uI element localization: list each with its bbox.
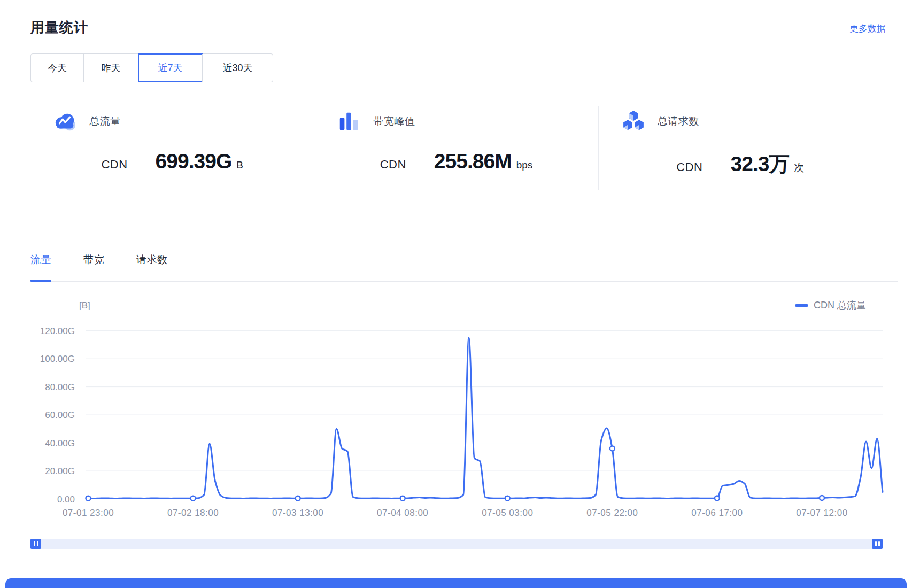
chart-metric-tabs: 流量 带宽 请求数 [30,252,898,282]
svg-text:07-05 03:00: 07-05 03:00 [482,508,533,518]
stats-row: 总流量 CDN 699.39G B 带宽峰值 CDN 255.86M bps [30,106,882,190]
chart-tab-requests[interactable]: 请求数 [136,252,168,267]
svg-text:0.00: 0.00 [57,494,75,505]
stat-value: 255.86M [434,150,512,173]
stat-product: CDN [380,158,406,172]
range-tab-last-7-days[interactable]: 近7天 [138,54,202,82]
pause-icon [875,541,877,546]
datazoom-left-handle[interactable] [30,539,41,549]
svg-text:120.00G: 120.00G [40,326,75,336]
chart-tab-bandwidth[interactable]: 带宽 [83,252,104,267]
svg-text:07-05 22:00: 07-05 22:00 [586,508,638,518]
stat-label: 带宽峰值 [373,114,415,128]
svg-text:07-02 18:00: 07-02 18:00 [167,508,219,518]
stat-card-peak-bandwidth: 带宽峰值 CDN 255.86M bps [314,106,598,190]
stat-card-total-traffic: 总流量 CDN 699.39G B [30,106,314,190]
svg-text:07-04 08:00: 07-04 08:00 [377,508,428,518]
pause-icon [878,541,880,546]
stat-value: 699.39G [156,150,232,173]
stat-value-row: CDN 255.86M bps [314,150,598,173]
stat-unit: 次 [794,161,804,175]
range-tab-yesterday[interactable]: 昨天 [83,54,138,82]
stat-card-total-requests: 总请求数 CDN 32.3万 次 [598,106,882,190]
pause-icon [37,541,38,546]
svg-text:07-01 23:00: 07-01 23:00 [63,508,114,518]
stat-card-header: 总请求数 [621,109,882,134]
stat-label: 总流量 [89,114,121,128]
stat-unit: bps [516,159,533,171]
range-tab-today[interactable]: 今天 [31,54,83,82]
pause-icon [34,541,35,546]
bandwidth-bars-icon [337,109,361,134]
stat-product: CDN [676,160,702,174]
chart-tab-traffic[interactable]: 流量 [30,252,51,267]
stat-value-row: CDN 32.3万 次 [599,150,882,179]
stat-value-row: CDN 699.39G B [30,150,314,173]
svg-text:60.00G: 60.00G [45,410,75,420]
svg-text:07-06 17:00: 07-06 17:00 [691,508,743,518]
datazoom-slider-track[interactable] [30,539,883,549]
svg-text:07-07 12:00: 07-07 12:00 [796,508,847,518]
cloud-traffic-icon [53,109,78,134]
page-title: 用量统计 [30,18,88,37]
svg-text:07-03 13:00: 07-03 13:00 [272,508,323,518]
stat-card-header: 总流量 [53,109,314,134]
svg-text:100.00G: 100.00G [40,354,75,364]
range-tab-last-30-days[interactable]: 近30天 [202,54,273,82]
requests-cubes-icon [621,109,646,134]
more-data-link[interactable]: 更多数据 [849,22,886,35]
bottom-blue-bar [5,578,907,588]
stat-label: 总请求数 [658,114,699,128]
usage-line-chart[interactable]: 120.00G100.00G80.00G60.00G40.00G20.00G0.… [0,291,912,532]
usage-statistics-panel: 用量统计 更多数据 今天 昨天 近7天 近30天 总流量 CDN 699.39G [0,0,912,588]
stat-unit: B [236,159,243,171]
datazoom-right-handle[interactable] [872,539,883,549]
stat-product: CDN [101,158,127,172]
svg-text:20.00G: 20.00G [45,466,75,476]
svg-text:80.00G: 80.00G [45,382,75,392]
svg-text:40.00G: 40.00G [45,438,75,448]
stat-value: 32.3万 [730,150,789,179]
date-range-tabs: 今天 昨天 近7天 近30天 [30,53,273,82]
stat-card-header: 带宽峰值 [337,109,598,134]
